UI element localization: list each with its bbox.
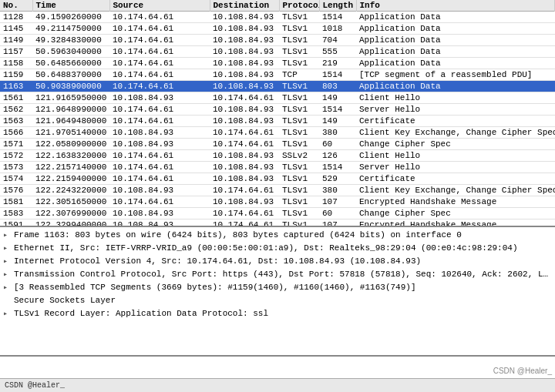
cell-src: 10.108.84.93 bbox=[109, 219, 210, 228]
table-row[interactable]: 1566121.970514000010.108.84.9310.174.64.… bbox=[0, 127, 555, 139]
cell-len: 1514 bbox=[319, 162, 356, 173]
cell-time: 122.3051650000 bbox=[32, 196, 109, 208]
cell-src: 10.108.84.93 bbox=[109, 185, 210, 196]
cell-info: Client Key Exchange, Change Cipher Spec,… bbox=[356, 127, 555, 139]
table-row[interactable]: 1574122.215940000010.174.64.6110.108.84.… bbox=[0, 173, 555, 185]
cell-proto: TLSv1 bbox=[279, 127, 319, 139]
table-row[interactable]: 115950.648837000010.174.64.6110.108.84.9… bbox=[0, 69, 555, 81]
cell-proto: TLSv1 bbox=[279, 92, 319, 104]
detail-item[interactable]: ▸[3 Reassembled TCP Segments (3669 bytes… bbox=[0, 281, 555, 294]
packet-table: No. Time Source Destination Protocol Len… bbox=[0, 0, 555, 227]
detail-toggle-icon: ▸ bbox=[3, 256, 14, 267]
cell-info: Client Key Exchange, Change Cipher Spec,… bbox=[356, 185, 555, 196]
cell-no: 1563 bbox=[0, 116, 32, 127]
table-row[interactable]: 1581122.305165000010.174.64.6110.108.84.… bbox=[0, 196, 555, 208]
table-row[interactable]: 1561121.916595000010.108.84.9310.174.64.… bbox=[0, 92, 555, 104]
cell-no: 1157 bbox=[0, 46, 32, 58]
detail-toggle-icon: ▸ bbox=[3, 308, 14, 320]
cell-info: Application Data bbox=[356, 12, 555, 23]
cell-dst: 10.108.84.93 bbox=[210, 173, 279, 185]
cell-src: 10.174.64.61 bbox=[109, 23, 210, 35]
cell-no: 1591 bbox=[0, 219, 32, 228]
cell-info: Application Data bbox=[356, 23, 555, 35]
watermark: CSDN @Healer_ bbox=[493, 367, 552, 375]
cell-proto: SSLv2 bbox=[279, 150, 319, 162]
detail-item[interactable]: ▸Frame 1163: 803 bytes on wire (6424 bit… bbox=[0, 229, 555, 242]
cell-info: Application Data bbox=[356, 46, 555, 58]
cell-src: 10.174.64.61 bbox=[109, 104, 210, 116]
packet-list-container[interactable]: No. Time Source Destination Protocol Len… bbox=[0, 0, 555, 227]
cell-no: 1581 bbox=[0, 196, 32, 208]
detail-item[interactable]: ▸Ethernet II, Src: IETF-VRRP-VRID_a9 (00… bbox=[0, 242, 555, 255]
cell-len: 126 bbox=[319, 150, 356, 162]
table-row[interactable]: 1562121.964899000010.174.64.6110.108.84.… bbox=[0, 104, 555, 116]
detail-text: Internet Protocol Version 4, Src: 10.174… bbox=[14, 256, 552, 267]
cell-len: 1514 bbox=[319, 12, 356, 23]
cell-proto: TLSv1 bbox=[279, 219, 319, 228]
cell-no: 1572 bbox=[0, 150, 32, 162]
table-row[interactable]: 1583122.307699000010.108.84.9310.174.64.… bbox=[0, 208, 555, 219]
header-source: Source bbox=[109, 0, 210, 12]
detail-item[interactable]: Secure Sockets Layer bbox=[0, 294, 555, 307]
table-row[interactable]: 1591122.329940000010.108.84.9310.174.64.… bbox=[0, 219, 555, 228]
table-row[interactable]: 1571122.058090000010.108.84.9310.174.64.… bbox=[0, 139, 555, 150]
cell-time: 49.1590260000 bbox=[32, 12, 109, 23]
detail-item[interactable]: ▸Transmission Control Protocol, Src Port… bbox=[0, 268, 555, 281]
cell-no: 1158 bbox=[0, 58, 32, 69]
status-bar: CSDN @Healer_ bbox=[0, 378, 555, 392]
table-row[interactable]: 115850.648566000010.174.64.6110.108.84.9… bbox=[0, 58, 555, 69]
cell-len: 704 bbox=[319, 35, 356, 46]
cell-proto: TLSv1 bbox=[279, 23, 319, 35]
cell-info: Certificate bbox=[356, 116, 555, 127]
cell-time: 121.9649480000 bbox=[32, 116, 109, 127]
table-row[interactable]: 112849.159026000010.174.64.6110.108.84.9… bbox=[0, 12, 555, 23]
header-protocol: Protocol bbox=[279, 0, 319, 12]
cell-time: 121.9648990000 bbox=[32, 104, 109, 116]
header-destination: Destination bbox=[210, 0, 279, 12]
cell-no: 1159 bbox=[0, 69, 32, 81]
packet-table-header: No. Time Source Destination Protocol Len… bbox=[0, 0, 555, 12]
cell-info: Application Data bbox=[356, 81, 555, 92]
cell-dst: 10.108.84.93 bbox=[210, 58, 279, 69]
cell-proto: TLSv1 bbox=[279, 46, 319, 58]
packet-details-panel[interactable]: ▸Frame 1163: 803 bytes on wire (6424 bit… bbox=[0, 227, 555, 357]
cell-proto: TLSv1 bbox=[279, 196, 319, 208]
cell-info: Change Cipher Spec bbox=[356, 208, 555, 219]
cell-info: Encrypted Handshake Message bbox=[356, 196, 555, 208]
cell-dst: 10.108.84.93 bbox=[210, 162, 279, 173]
cell-src: 10.174.64.61 bbox=[109, 69, 210, 81]
cell-proto: TLSv1 bbox=[279, 81, 319, 92]
detail-item[interactable]: ▸TLSv1 Record Layer: Application Data Pr… bbox=[0, 307, 555, 320]
cell-no: 1583 bbox=[0, 208, 32, 219]
cell-no: 1149 bbox=[0, 35, 32, 46]
table-row[interactable]: 115750.596304000010.174.64.6110.108.84.9… bbox=[0, 46, 555, 58]
cell-time: 122.2157140000 bbox=[32, 162, 109, 173]
cell-no: 1145 bbox=[0, 23, 32, 35]
table-row[interactable]: 114949.328483000010.174.64.6110.108.84.9… bbox=[0, 35, 555, 46]
table-row[interactable]: 116350.903890000010.174.64.6110.108.84.9… bbox=[0, 81, 555, 92]
table-row[interactable]: 1573122.215714000010.174.64.6110.108.84.… bbox=[0, 162, 555, 173]
cell-src: 10.174.64.61 bbox=[109, 81, 210, 92]
cell-no: 1163 bbox=[0, 81, 32, 92]
cell-no: 1576 bbox=[0, 185, 32, 196]
cell-len: 149 bbox=[319, 116, 356, 127]
cell-dst: 10.108.84.93 bbox=[210, 81, 279, 92]
cell-proto: TLSv1 bbox=[279, 208, 319, 219]
table-row[interactable]: 1563121.964948000010.174.64.6110.108.84.… bbox=[0, 116, 555, 127]
detail-toggle-icon: ▸ bbox=[3, 243, 14, 254]
cell-dst: 10.108.84.93 bbox=[210, 12, 279, 23]
detail-item[interactable]: ▸Internet Protocol Version 4, Src: 10.17… bbox=[0, 255, 555, 268]
detail-text: Secure Sockets Layer bbox=[14, 295, 552, 307]
table-row[interactable]: 1572122.163832000010.174.64.6110.108.84.… bbox=[0, 150, 555, 162]
cell-info: Change Cipher Spec bbox=[356, 139, 555, 150]
table-row[interactable]: 114549.211475000010.174.64.6110.108.84.9… bbox=[0, 23, 555, 35]
cell-len: 380 bbox=[319, 127, 356, 139]
cell-dst: 10.108.84.93 bbox=[210, 150, 279, 162]
cell-len: 107 bbox=[319, 219, 356, 228]
table-row[interactable]: 1576122.224322000010.108.84.9310.174.64.… bbox=[0, 185, 555, 196]
cell-src: 10.108.84.93 bbox=[109, 127, 210, 139]
detail-text: Ethernet II, Src: IETF-VRRP-VRID_a9 (00:… bbox=[14, 243, 552, 254]
cell-dst: 10.174.64.61 bbox=[210, 208, 279, 219]
cell-dst: 10.108.84.93 bbox=[210, 69, 279, 81]
status-text: CSDN @Healer_ bbox=[5, 381, 65, 390]
